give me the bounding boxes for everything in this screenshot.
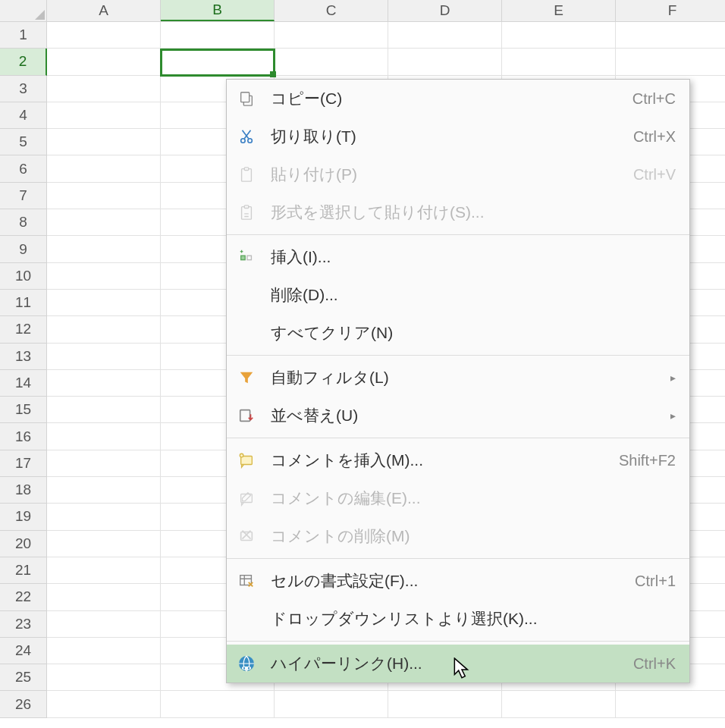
menu-copy[interactable]: コピー(C) Ctrl+C: [227, 80, 689, 118]
menu-delete[interactable]: 削除(D)...: [227, 276, 689, 314]
row-header-6[interactable]: 6: [0, 155, 47, 182]
cell-B1[interactable]: [161, 22, 275, 49]
row-header-12[interactable]: 12: [0, 316, 47, 343]
cell-A7[interactable]: [47, 183, 161, 209]
cell-D26[interactable]: [388, 691, 502, 717]
row-header-1[interactable]: 1: [0, 22, 47, 49]
column-header-A[interactable]: A: [47, 0, 161, 21]
row-header-13[interactable]: 13: [0, 344, 47, 370]
row-header-4[interactable]: 4: [0, 102, 47, 129]
menu-clear[interactable]: すべてクリア(N): [227, 314, 689, 352]
cell-C1[interactable]: [275, 22, 388, 49]
cell-A2[interactable]: [47, 49, 161, 75]
cell-A10[interactable]: [47, 263, 161, 290]
menu-copy-shortcut: Ctrl+C: [632, 90, 676, 108]
hyperlink-icon: [237, 654, 256, 673]
column-header-D[interactable]: D: [388, 0, 502, 21]
cell-A13[interactable]: [47, 344, 161, 370]
menu-cut[interactable]: 切り取り(T) Ctrl+X: [227, 118, 689, 155]
cell-A8[interactable]: [47, 209, 161, 236]
clear-icon: [237, 324, 256, 342]
menu-autofilter[interactable]: 自動フィルタ(L) ▸: [227, 359, 689, 397]
cell-A15[interactable]: [47, 397, 161, 423]
menu-insert[interactable]: 挿入(I)...: [227, 238, 689, 276]
menu-sort[interactable]: 並べ替え(U) ▸: [227, 397, 689, 435]
cell-E26[interactable]: [502, 691, 616, 717]
row-header-25[interactable]: 25: [0, 664, 47, 691]
cell-A20[interactable]: [47, 531, 161, 557]
row-header-26[interactable]: 26: [0, 691, 47, 717]
cell-A21[interactable]: [47, 557, 161, 584]
row-header-21[interactable]: 21: [0, 557, 47, 584]
menu-cut-label: 切り取り(T): [271, 126, 621, 147]
row-header-19[interactable]: 19: [0, 504, 47, 530]
column-header-C[interactable]: C: [275, 0, 388, 21]
menu-separator: [227, 558, 689, 559]
cell-A14[interactable]: [47, 370, 161, 397]
row-header-5[interactable]: 5: [0, 129, 47, 155]
row-header-24[interactable]: 24: [0, 638, 47, 664]
cell-A5[interactable]: [47, 129, 161, 155]
cell-A9[interactable]: [47, 236, 161, 262]
cell-D1[interactable]: [388, 22, 502, 49]
row-header-16[interactable]: 16: [0, 423, 47, 450]
cell-F26[interactable]: [616, 691, 725, 717]
menu-dropdown-select[interactable]: ドロップダウンリストより選択(K)...: [227, 600, 689, 638]
cell-B26[interactable]: [161, 691, 275, 717]
dropdown-icon: [237, 610, 256, 628]
row-header-8[interactable]: 8: [0, 209, 47, 236]
menu-hyperlink[interactable]: ハイパーリンク(H)... Ctrl+K: [227, 645, 689, 682]
cell-D2[interactable]: [388, 49, 502, 75]
row-header-9[interactable]: 9: [0, 236, 47, 262]
svg-point-2: [241, 139, 246, 143]
cell-A11[interactable]: [47, 290, 161, 316]
row-header-10[interactable]: 10: [0, 263, 47, 290]
row-header-20[interactable]: 20: [0, 531, 47, 557]
column-header-E[interactable]: E: [502, 0, 616, 21]
svg-rect-5: [244, 168, 249, 171]
select-all-corner[interactable]: [0, 0, 47, 21]
cell-A26[interactable]: [47, 691, 161, 717]
cell-F1[interactable]: [616, 22, 725, 49]
cell-A3[interactable]: [47, 76, 161, 102]
cell-A16[interactable]: [47, 423, 161, 450]
cell-A23[interactable]: [47, 611, 161, 638]
cell-A25[interactable]: [47, 664, 161, 691]
cell-A1[interactable]: [47, 22, 161, 49]
cell-A6[interactable]: [47, 155, 161, 182]
cell-A18[interactable]: [47, 477, 161, 504]
row-header-15[interactable]: 15: [0, 397, 47, 423]
row-header-23[interactable]: 23: [0, 611, 47, 638]
menu-separator: [227, 355, 689, 356]
cell-F2[interactable]: [616, 49, 725, 75]
row-header-3[interactable]: 3: [0, 76, 47, 102]
svg-point-18: [243, 667, 245, 669]
cell-A12[interactable]: [47, 316, 161, 343]
svg-rect-7: [244, 206, 249, 209]
svg-point-3: [248, 139, 253, 143]
cell-A24[interactable]: [47, 638, 161, 664]
column-header-F[interactable]: F: [616, 0, 725, 21]
row-header-11[interactable]: 11: [0, 290, 47, 316]
menu-delete-comment: コメントの削除(M): [227, 517, 689, 555]
cell-B2[interactable]: [161, 49, 275, 75]
cell-A19[interactable]: [47, 504, 161, 530]
row-header-14[interactable]: 14: [0, 370, 47, 397]
cell-E2[interactable]: [502, 49, 616, 75]
svg-rect-1: [241, 93, 250, 102]
row-header-17[interactable]: 17: [0, 450, 47, 477]
cell-C26[interactable]: [275, 691, 388, 717]
cell-A17[interactable]: [47, 450, 161, 477]
cell-A4[interactable]: [47, 102, 161, 129]
row-header-22[interactable]: 22: [0, 584, 47, 610]
cell-A22[interactable]: [47, 584, 161, 610]
menu-insert-comment[interactable]: コメントを挿入(M)... Shift+F2: [227, 441, 689, 479]
cell-C2[interactable]: [275, 49, 388, 75]
row-header-7[interactable]: 7: [0, 183, 47, 209]
row-header-2[interactable]: 2: [0, 49, 47, 75]
row-header-18[interactable]: 18: [0, 477, 47, 504]
menu-insert-comment-label: コメントを挿入(M)...: [271, 450, 607, 471]
column-header-B[interactable]: B: [161, 0, 275, 21]
menu-format-cells[interactable]: セルの書式設定(F)... Ctrl+1: [227, 562, 689, 600]
cell-E1[interactable]: [502, 22, 616, 49]
